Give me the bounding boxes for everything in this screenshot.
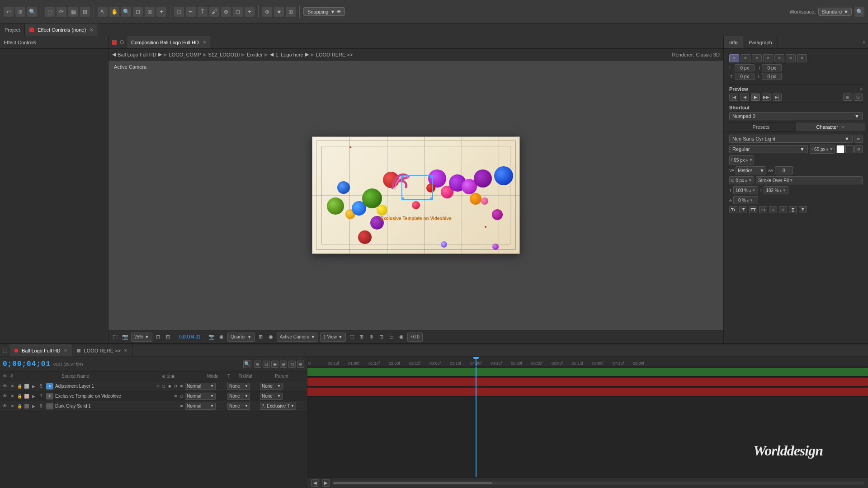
spacing-val-4[interactable]: 0 px bbox=[762, 73, 782, 80]
layer-expand-3[interactable]: ▶ bbox=[31, 404, 36, 409]
view-button[interactable]: 1 View ▼ bbox=[320, 333, 346, 342]
caps-btn[interactable]: TT bbox=[749, 206, 757, 213]
toolbar-icon-3[interactable]: 🔍 bbox=[27, 7, 37, 17]
vc-icon-2[interactable]: 📷 bbox=[121, 333, 129, 341]
color-options-btn[interactable]: ⊡ bbox=[854, 145, 863, 153]
vc-icon-13[interactable]: ☰ bbox=[387, 333, 396, 341]
track-bar-1[interactable] bbox=[307, 368, 868, 376]
trimat-dropdown-1[interactable]: None ▼ bbox=[227, 383, 250, 390]
align-justify-all-btn[interactable]: ≡ bbox=[797, 54, 807, 62]
tab-paragraph[interactable]: Paragraph bbox=[743, 36, 778, 48]
font-size-input-1[interactable]: T 65 px ▲▼ bbox=[810, 145, 835, 154]
toolbar-icon-star[interactable]: ★ bbox=[274, 7, 284, 17]
align-left-btn[interactable]: ≡ bbox=[729, 54, 739, 62]
layer-lock-2[interactable]: 🔒 bbox=[16, 393, 23, 399]
quality-button[interactable]: Quarter ▼ bbox=[227, 333, 255, 342]
track-bar-3[interactable] bbox=[307, 388, 868, 396]
layer-fx-icon-1c[interactable]: ◉ bbox=[167, 384, 172, 389]
layer-fx-icon-2a[interactable]: ⊕ bbox=[173, 394, 178, 399]
tab-presets[interactable]: Presets bbox=[726, 122, 796, 131]
trimat-dropdown-2[interactable]: None ▼ bbox=[227, 393, 250, 400]
small-caps-btn[interactable]: TT bbox=[759, 206, 767, 213]
layer-solo-2[interactable]: ⊕ bbox=[9, 393, 15, 399]
lc-btn-6[interactable]: ⊕ bbox=[297, 361, 304, 368]
tab-effect-controls[interactable]: Effect Controls (none) ✕ bbox=[25, 23, 98, 36]
comp-tab-close[interactable]: ✕ bbox=[203, 40, 206, 45]
toolbar-icon-rect[interactable]: □ bbox=[174, 7, 184, 17]
camera-button[interactable]: Active Camera ▼ bbox=[277, 333, 318, 342]
layer-fx-icon-3a[interactable]: ⊕ bbox=[179, 404, 184, 409]
toolbar-icon-cam[interactable]: ⊡ bbox=[133, 7, 143, 17]
mode-dropdown-3[interactable]: Normal ▼ bbox=[185, 403, 216, 410]
stroke-width-value[interactable]: ⊡ 0 px ▲▼ bbox=[729, 176, 754, 184]
superscript-btn[interactable]: T bbox=[769, 206, 777, 213]
vc-icon-12[interactable]: ⊡ bbox=[377, 333, 386, 341]
plus-value-button[interactable]: +0.0 bbox=[407, 333, 423, 342]
tab-project[interactable]: Project bbox=[0, 23, 25, 36]
layer-vis-2[interactable]: 👁 bbox=[2, 393, 8, 399]
toolbar-icon-4[interactable]: ⬚ bbox=[45, 7, 55, 17]
tl-tab-close-1[interactable]: ✕ bbox=[64, 348, 67, 353]
tracking-pct2-value[interactable]: 102 % ▲▼ bbox=[764, 186, 788, 194]
zoom-button[interactable]: 25% ▼ bbox=[131, 333, 152, 342]
align-center-btn[interactable]: ≡ bbox=[741, 54, 750, 62]
tab-character[interactable]: Character ≡ bbox=[796, 122, 866, 131]
toolbar-icon-brush[interactable]: 🖌 bbox=[209, 7, 219, 17]
snapping-button[interactable]: Snapping ▼ ⊕ bbox=[303, 7, 345, 16]
align-justify-r-btn[interactable]: ≡ bbox=[786, 54, 796, 62]
lc-btn-1[interactable]: ⊕ bbox=[254, 361, 261, 368]
scrollbar-thumb[interactable] bbox=[333, 482, 492, 484]
tl-tab-1[interactable]: Ball Logo Full HD ✕ bbox=[10, 344, 72, 357]
spacing-val-2[interactable]: 0 px bbox=[762, 64, 782, 71]
tl-tab-2[interactable]: LOGO HERE >> ✕ bbox=[72, 344, 132, 357]
layer-name-3[interactable]: Dark Gray Solid 1 bbox=[55, 404, 178, 408]
tab-info[interactable]: Info bbox=[724, 36, 743, 48]
breadcrumb-item-3[interactable]: Emitter bbox=[247, 52, 263, 57]
breadcrumb-item-2[interactable]: S12_LOGO10 bbox=[208, 52, 240, 57]
toolbar-icon-hand[interactable]: ✋ bbox=[109, 7, 119, 17]
right-panel-menu[interactable]: ≡ bbox=[860, 36, 868, 48]
vc-icon-3[interactable]: ⊡ bbox=[154, 333, 162, 341]
toolbar-icon-stamp[interactable]: ⊕ bbox=[221, 7, 231, 17]
toolbar-icon-zoom[interactable]: 🔍 bbox=[121, 7, 131, 17]
mode-dropdown-2[interactable]: Normal ▼ bbox=[185, 393, 216, 400]
preview-play[interactable]: ▶ bbox=[751, 94, 760, 101]
underline-btn[interactable]: T bbox=[789, 206, 797, 213]
toolbar-icon-pin[interactable]: ⊕ bbox=[262, 7, 272, 17]
vc-icon-7[interactable]: ⊞ bbox=[257, 333, 265, 341]
toolbar-icon-5[interactable]: ⟳ bbox=[57, 7, 66, 17]
vc-icon-4[interactable]: ⊞ bbox=[164, 333, 172, 341]
tl-footer-btn-1[interactable]: ◀ bbox=[311, 479, 319, 487]
preview-skip-end[interactable]: ▶| bbox=[773, 94, 782, 101]
tracking-pct-value[interactable]: 100 % ▲▼ bbox=[733, 186, 758, 194]
lc-btn-4[interactable]: ⊞ bbox=[280, 361, 287, 368]
layer-vis-3[interactable]: 👁 bbox=[2, 403, 8, 409]
toolbar-icon-text[interactable]: T bbox=[198, 7, 208, 17]
toolbar-icon-select[interactable]: ↖ bbox=[98, 7, 108, 17]
font-family-dropdown[interactable]: Neo Sans Cyr Light ▼ bbox=[729, 135, 853, 143]
parent-dropdown-2[interactable]: None ▼ bbox=[260, 393, 283, 400]
timeline-scrollbar[interactable] bbox=[333, 482, 864, 484]
toolbar-icon-7[interactable]: ⊞ bbox=[80, 7, 90, 17]
align-right-btn[interactable]: ≡ bbox=[752, 54, 762, 62]
layer-fx-icon-1b[interactable]: ◻ bbox=[161, 384, 166, 389]
align-justify-btn[interactable]: ≡ bbox=[763, 54, 773, 62]
layer-fx-icon-1d[interactable]: ⊡ bbox=[173, 384, 178, 389]
italic-btn[interactable]: T bbox=[739, 206, 747, 213]
vc-icon-9[interactable]: ⬚ bbox=[348, 333, 356, 341]
playhead-handle[interactable] bbox=[473, 357, 479, 359]
breadcrumb-item-4[interactable]: ◀ 1: Logo here ▶ bbox=[270, 52, 309, 57]
strikethrough-btn[interactable]: T bbox=[799, 206, 807, 213]
layer-expand-2[interactable]: ▶ bbox=[31, 394, 36, 399]
timecode-display[interactable]: 0;00;04;01 bbox=[3, 360, 51, 368]
parent-dropdown-1[interactable]: None ▼ bbox=[260, 383, 283, 390]
subscript-btn[interactable]: T bbox=[779, 206, 787, 213]
search-button[interactable]: 🔍 bbox=[854, 7, 864, 17]
toolbar-icon-1[interactable]: ↩ bbox=[4, 7, 14, 17]
preview-menu[interactable]: ≡ bbox=[860, 87, 863, 92]
parent-dropdown-3[interactable]: 7. Exclusive T ▼ bbox=[260, 403, 296, 410]
preview-next-frame[interactable]: ▶▶ bbox=[762, 94, 771, 101]
vc-icon-8[interactable]: ◉ bbox=[267, 333, 275, 341]
trimat-dropdown-3[interactable]: None ▼ bbox=[227, 403, 250, 410]
layer-lock-1[interactable]: 🔒 bbox=[16, 383, 23, 389]
